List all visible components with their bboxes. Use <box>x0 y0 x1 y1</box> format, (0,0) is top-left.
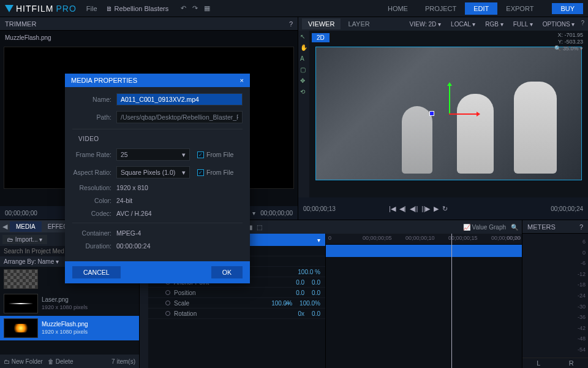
scene-figure <box>457 94 494 174</box>
viewer-coordinates: X: -701.95 Y: -503.23 🔍 35.0% ▾ <box>554 32 583 52</box>
meters-title: METERS <box>527 223 556 231</box>
gizmo-z-handle[interactable] <box>429 111 434 116</box>
local-mode[interactable]: LOCAL ▾ <box>447 20 479 29</box>
resolution-value: 1920 x 810 <box>116 184 148 191</box>
delete-button[interactable]: 🗑 Delete <box>48 358 74 365</box>
item-count: 7 item(s) <box>111 358 135 365</box>
help-icon[interactable]: ? <box>289 20 293 28</box>
top-icons: ↶ ↷ ▦ <box>181 4 210 12</box>
grid-icon[interactable]: ▦ <box>204 4 210 12</box>
viewer-panel: VIEWER LAYER VIEW: 2D ▾ LOCAL ▾ RGB ▾ FU… <box>298 17 588 220</box>
prev-frame-icon[interactable]: ◀| <box>399 205 406 213</box>
path-field[interactable] <box>116 111 243 123</box>
logo-icon <box>5 5 13 12</box>
aspect-ratio-select[interactable]: Square Pixels (1.0)▾ <box>116 166 190 178</box>
trimmer-tc-right: 00;00;00;00 <box>260 210 293 217</box>
crop-tool-icon[interactable]: ▢ <box>300 66 307 74</box>
tab-home[interactable]: HOME <box>379 2 417 15</box>
app-edition: PRO <box>56 4 76 13</box>
keyframe-toggle[interactable] <box>165 301 170 305</box>
text-tool-icon[interactable]: A <box>300 55 307 63</box>
playhead[interactable] <box>451 234 452 368</box>
buy-button[interactable]: BUY <box>552 3 583 14</box>
scene-figure <box>402 106 432 174</box>
redo-icon[interactable]: ↷ <box>192 4 198 12</box>
search-icon[interactable]: 🔍 <box>511 224 518 231</box>
keyframe-toggle[interactable] <box>165 311 170 316</box>
top-bar: HITFILM PRO File 🗎 Rebellion Blasters ↶ … <box>0 0 588 17</box>
meters-scale: 60-6 -12-18-24 -30-36-42 -48-54 <box>522 234 588 358</box>
app-logo: HITFILM PRO <box>5 4 77 13</box>
move-tool-icon[interactable]: ✥ <box>300 77 307 85</box>
import-button[interactable]: 🗁 Import... ▾ <box>2 235 47 244</box>
goto-start-icon[interactable]: |◀ <box>389 205 396 213</box>
viewer-tc-left: 00;00;00;13 <box>303 205 336 212</box>
frame-rate-select[interactable]: 25▾ <box>116 148 190 161</box>
tab-export[interactable]: EXPORT <box>497 2 542 15</box>
media-thumbnail <box>4 269 38 289</box>
trimmer-tc-left: 00;00;00;00 <box>5 210 37 217</box>
scene-figure <box>514 82 557 174</box>
property-row[interactable]: Scale⇔100.0%100.0% <box>148 298 325 309</box>
viewer-tc-right: 00;00;00;24 <box>551 205 583 212</box>
play-back-icon[interactable]: ◀|| <box>410 205 418 213</box>
play-icon[interactable]: ||▶ <box>421 205 430 213</box>
view-mode[interactable]: VIEW: 2D ▾ <box>406 20 445 29</box>
value-graph-button[interactable]: 📈 Value Graph <box>463 224 506 231</box>
media-tab[interactable]: MEDIA <box>10 221 42 232</box>
viewer-zoom[interactable]: 35.0% <box>563 45 579 52</box>
from-file-checkbox[interactable]: ✓ <box>197 151 204 158</box>
tab-edit[interactable]: EDIT <box>465 2 497 15</box>
viewer-tab[interactable]: VIEWER <box>302 18 341 29</box>
help-icon[interactable]: ? <box>579 223 583 231</box>
menu-project[interactable]: 🗎 Rebellion Blasters <box>106 5 169 12</box>
dialog-title: MEDIA PROPERTIES <box>71 77 137 84</box>
media-item[interactable]: Laser.png1920 x 1080 pixels <box>0 291 139 316</box>
gizmo-x-axis[interactable] <box>449 113 480 115</box>
viewer-toolbar: ↖ ✋ A ▢ ✥ ⟲ <box>298 31 309 197</box>
duration-value: 00:00:00:24 <box>116 242 150 250</box>
menu-file[interactable]: File <box>86 5 97 12</box>
workspace-tabs: HOME PROJECT EDIT EXPORT BUY <box>379 2 583 15</box>
rgb-mode[interactable]: RGB ▾ <box>481 20 507 29</box>
close-icon[interactable]: × <box>240 77 244 84</box>
cancel-button[interactable]: CANCEL <box>72 266 121 278</box>
full-mode[interactable]: FULL ▾ <box>510 20 537 29</box>
loop-icon[interactable]: ↻ <box>442 205 448 213</box>
app-name: HITFILM <box>16 4 53 13</box>
help-icon[interactable]: ? <box>581 20 584 29</box>
new-folder-button[interactable]: 🗀 New Folder <box>4 358 43 365</box>
media-properties-dialog: MEDIA PROPERTIES × Name: Path: VIDEO Fra… <box>65 74 250 283</box>
gizmo-y-axis[interactable] <box>449 83 450 113</box>
select-tool-icon[interactable]: ↖ <box>300 33 307 40</box>
timeline-tracks[interactable]: 0 00;00;00;05 00;00;00;10 00;00;00;15 00… <box>326 234 522 368</box>
keyframe-toggle[interactable] <box>165 290 170 295</box>
meters-panel: METERS? 60-6 -12-18-24 -30-36-42 -48-54 … <box>522 220 588 368</box>
media-thumbnail <box>4 294 38 313</box>
viewer-canvas[interactable] <box>315 47 582 180</box>
media-item[interactable]: MuzzleFlash.png1920 x 1080 pixels <box>0 316 139 340</box>
kf-tool-icon[interactable]: ⬚ <box>257 224 262 231</box>
property-row[interactable]: Rotation0x0.0 <box>148 309 325 319</box>
from-file-checkbox[interactable]: ✓ <box>197 169 204 176</box>
undo-icon[interactable]: ↶ <box>181 4 186 12</box>
property-row[interactable]: Position0.00.0 <box>148 288 325 298</box>
options-menu[interactable]: OPTIONS ▾ <box>539 20 579 29</box>
name-field[interactable] <box>116 93 243 105</box>
chevron-left-icon[interactable]: ◀ <box>0 223 10 231</box>
container-value: MPEG-4 <box>116 229 141 237</box>
media-thumbnail <box>4 318 38 338</box>
next-frame-icon[interactable]: ▶ <box>434 205 439 213</box>
media-item-name: MuzzleFlash.png <box>42 320 88 328</box>
media-item-name: Laser.png <box>42 296 88 304</box>
trimmer-title: TRIMMER <box>5 20 36 28</box>
ok-button[interactable]: OK <box>211 266 243 278</box>
chevron-down-icon[interactable]: ▾ <box>317 237 320 243</box>
layer-tab[interactable]: LAYER <box>342 18 375 29</box>
viewer-mode-2d[interactable]: 2D <box>312 33 330 42</box>
codec-value: AVC / H.264 <box>116 210 152 217</box>
tab-project[interactable]: PROJECT <box>417 2 465 15</box>
video-section-label: VIDEO <box>78 136 243 142</box>
hand-tool-icon[interactable]: ✋ <box>300 44 307 52</box>
rotate-tool-icon[interactable]: ⟲ <box>300 88 307 96</box>
